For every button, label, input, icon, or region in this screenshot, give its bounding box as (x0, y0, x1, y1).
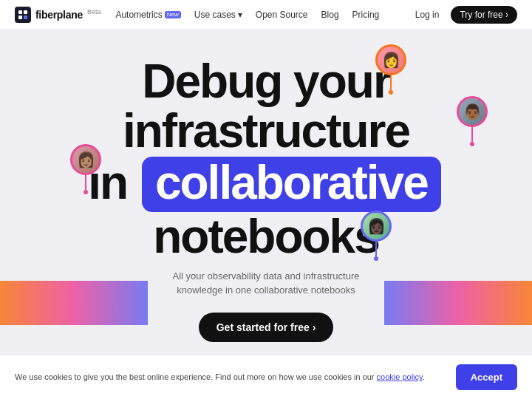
avatar-4: 👩🏿 (361, 211, 392, 242)
cookie-banner: We use cookies to give you the best onli… (0, 355, 532, 399)
hero-line3: in collaborative (88, 157, 443, 212)
get-started-button[interactable]: Get started for free › (199, 313, 334, 342)
hero-section: 👩 👨🏾 👩🏽 👩🏿 Debug your infrastructure in … (0, 30, 532, 369)
avatar-pin-4: 👩🏿 (361, 211, 392, 261)
svg-rect-0 (18, 10, 22, 14)
cookie-text: We use cookies to give you the best onli… (15, 371, 441, 383)
avatar-1: 👩 (375, 44, 406, 75)
pin-dot-3 (83, 190, 88, 194)
nav-links: Autometrics New Use cases ▾ Open Source … (115, 10, 379, 20)
nav-link-open-source[interactable]: Open Source (256, 10, 308, 20)
hero-line2: infrastructure (88, 106, 443, 156)
svg-rect-2 (18, 16, 22, 19)
navigation: fiberplane Beta Autometrics New Use case… (0, 0, 532, 30)
logo[interactable]: fiberplane Beta (15, 7, 100, 23)
cookie-policy-link[interactable]: cookie policy (377, 372, 423, 381)
nav-link-use-cases[interactable]: Use cases ▾ (194, 10, 242, 20)
avatar-pin-3: 👩🏽 (70, 144, 101, 194)
avatar-pin-1: 👩 (375, 44, 406, 95)
hero-highlight: collaborative (142, 157, 441, 212)
pin-dot-1 (389, 90, 393, 95)
pin-line-2 (471, 127, 473, 142)
svg-rect-1 (24, 10, 27, 14)
nav-left: fiberplane Beta Autometrics New Use case… (15, 7, 379, 23)
logo-text: fiberplane (35, 9, 83, 21)
svg-rect-3 (24, 16, 27, 19)
nav-link-blog[interactable]: Blog (321, 10, 339, 20)
try-free-button[interactable]: Try for free › (451, 6, 517, 24)
pin-line-3 (85, 175, 86, 190)
logo-beta: Beta (87, 8, 101, 16)
nav-right: Log in Try for free › (409, 6, 517, 24)
gradient-blob-left (0, 281, 148, 325)
login-button[interactable]: Log in (409, 7, 446, 23)
avatar-pin-2: 👨🏾 (457, 96, 488, 146)
nav-link-autometrics[interactable]: Autometrics New (115, 10, 180, 20)
new-badge: New (165, 11, 181, 18)
avatar-2: 👨🏾 (457, 96, 488, 127)
pin-line-4 (375, 242, 377, 256)
logo-icon (15, 7, 31, 23)
pin-dot-2 (470, 142, 474, 146)
hero-subtitle: All your observability data and infrastr… (173, 269, 360, 298)
nav-link-pricing[interactable]: Pricing (352, 10, 380, 20)
accept-button[interactable]: Accept (456, 364, 517, 390)
gradient-blob-right (384, 281, 532, 325)
avatar-3: 👩🏽 (70, 144, 101, 175)
pin-dot-4 (374, 256, 378, 261)
pin-line-1 (390, 75, 392, 90)
